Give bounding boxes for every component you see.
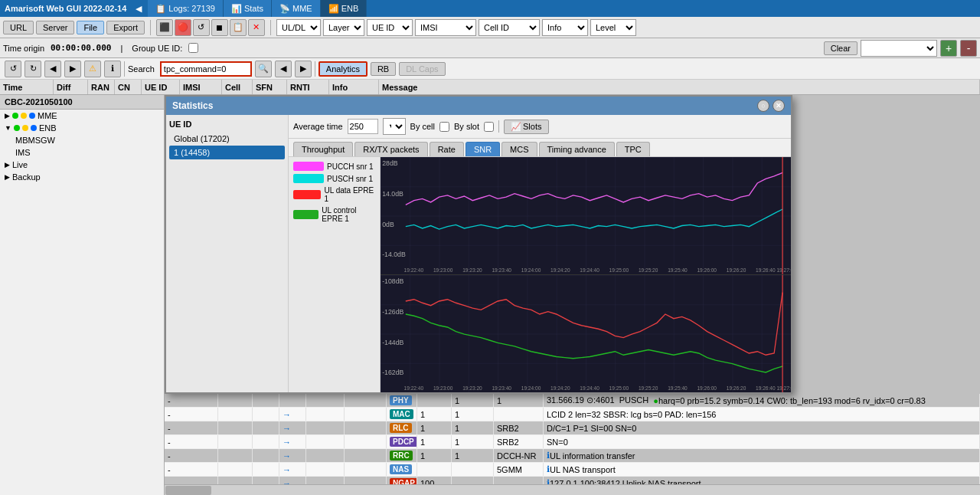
sidebar-item-backup[interactable]: ▶ Backup bbox=[0, 171, 164, 183]
filter-info-btn[interactable]: ℹ bbox=[104, 61, 121, 77]
avg-time-input[interactable] bbox=[348, 119, 378, 134]
layer-select[interactable]: Layer bbox=[323, 19, 364, 36]
search-next-btn[interactable]: ▶ bbox=[295, 61, 312, 77]
cell-id-select[interactable]: Cell ID bbox=[479, 19, 540, 36]
clear-button[interactable]: Clear bbox=[824, 41, 858, 55]
svg-text:19:23:00: 19:23:00 bbox=[433, 267, 453, 272]
tab-rate[interactable]: Rate bbox=[430, 142, 464, 156]
legend-pucch-color bbox=[293, 162, 324, 171]
svg-text:19:23:00: 19:23:00 bbox=[433, 385, 453, 390]
svg-text:-14.0dB: -14.0dB bbox=[382, 251, 406, 258]
icon-btn-2[interactable]: 🔴 bbox=[175, 19, 191, 36]
icon-btn-5[interactable]: 📋 bbox=[230, 19, 247, 36]
search-btn[interactable]: 🔍 bbox=[255, 61, 272, 77]
tab-mme[interactable]: 📡 MME bbox=[272, 0, 321, 17]
log-row-3[interactable]: - → PDCP 1 1 SRB2 SN=0 bbox=[165, 435, 980, 449]
icon-btn-4[interactable]: ⏹ bbox=[211, 19, 228, 36]
tab-mcs[interactable]: MCS bbox=[501, 142, 537, 156]
live-expand-arrow: ▶ bbox=[5, 161, 10, 169]
dialog-ue-1[interactable]: 1 (14458) bbox=[169, 146, 285, 159]
tab-enb[interactable]: 📶 ENB bbox=[321, 0, 368, 17]
avg-time-select[interactable]: ▼ bbox=[383, 118, 406, 135]
url-button[interactable]: URL bbox=[3, 21, 34, 34]
mode-select[interactable]: UL/DL bbox=[276, 19, 321, 36]
horizontal-scrollbar[interactable] bbox=[165, 484, 980, 495]
clear-select[interactable] bbox=[861, 40, 937, 57]
sidebar-item-enb[interactable]: ▼ ENB bbox=[0, 122, 164, 134]
file-button[interactable]: File bbox=[77, 21, 104, 34]
sidebar-item-live[interactable]: ▶ Live bbox=[0, 159, 164, 171]
search-prev-btn[interactable]: ◀ bbox=[275, 61, 292, 77]
ue-id-select[interactable]: UE ID bbox=[367, 19, 413, 36]
separator2 bbox=[270, 20, 271, 35]
icon-btn-6[interactable]: ✕ bbox=[248, 19, 265, 36]
search-input[interactable] bbox=[160, 61, 252, 77]
filter-forward-btn[interactable]: ↻ bbox=[24, 61, 41, 77]
badge-rlc-2: RLC bbox=[390, 423, 412, 433]
add-button[interactable]: + bbox=[940, 40, 957, 57]
icon-btn-3[interactable]: ↺ bbox=[193, 19, 210, 36]
filter-prev-btn[interactable]: ◀ bbox=[44, 61, 61, 77]
log-row-1[interactable]: - → MAC 1 1 LCID 2 len=32 SBSR: lcg bs=0… bbox=[165, 408, 980, 421]
export-button[interactable]: Export bbox=[106, 21, 145, 34]
group-ue-checkbox[interactable] bbox=[188, 43, 198, 53]
server-button[interactable]: Server bbox=[36, 21, 74, 34]
sidebar-header: CBC-2021050100 bbox=[0, 95, 164, 110]
dialog-ue-global[interactable]: Global (17202) bbox=[169, 132, 285, 146]
sidebar-item-ims[interactable]: IMS bbox=[0, 146, 164, 159]
cell-cn-3: → bbox=[279, 435, 306, 448]
cell-ue-2 bbox=[306, 421, 345, 434]
level-select[interactable]: Level bbox=[590, 19, 636, 36]
filter-next-btn[interactable]: ▶ bbox=[64, 61, 81, 77]
log-row-4[interactable]: - → RRC 1 1 DCCH-NR ℹ UL information tra… bbox=[165, 449, 980, 463]
arrow-icon-5: → bbox=[283, 465, 291, 474]
svg-text:19:23:40: 19:23:40 bbox=[492, 267, 511, 272]
sidebar-item-mme[interactable]: ▶ MME bbox=[0, 110, 164, 122]
svg-rect-22 bbox=[381, 275, 791, 392]
sidebar-item-mbmsgw[interactable]: MBMSGW bbox=[0, 134, 164, 146]
legend-ul-data-color bbox=[293, 190, 321, 199]
cell-time-0: - bbox=[165, 394, 218, 407]
icon-btn-1[interactable]: ⬛ bbox=[156, 19, 173, 36]
col-message: Message bbox=[379, 80, 980, 94]
mme-dot-yellow bbox=[21, 113, 27, 119]
tab-rxtx[interactable]: RX/TX packets bbox=[354, 142, 427, 156]
cell-msg-3: SN=0 bbox=[544, 435, 980, 448]
col-imsi: IMSI bbox=[180, 80, 222, 94]
filter-back-btn[interactable]: ↺ bbox=[5, 61, 21, 77]
log-row-0[interactable]: - PHY 1 1 31.566.19 ⊙:4601 PUSCH ● harq=… bbox=[165, 394, 980, 408]
scrollbar-thumb[interactable] bbox=[165, 486, 211, 495]
tab-tpc[interactable]: TPC bbox=[616, 142, 650, 156]
log-row-5[interactable]: - → NAS 5GMM ℹ UL NAS transport bbox=[165, 463, 980, 477]
rb-button[interactable]: RB bbox=[371, 62, 396, 76]
filter-warn-btn[interactable]: ⚠ bbox=[84, 61, 101, 77]
cell-time-5: - bbox=[165, 463, 218, 476]
col-info: Info bbox=[329, 80, 379, 94]
info-select[interactable]: Info bbox=[542, 19, 588, 36]
slots-button[interactable]: 📈Slots bbox=[504, 120, 548, 134]
svg-text:19:24:40: 19:24:40 bbox=[580, 385, 599, 390]
remove-button[interactable]: - bbox=[960, 40, 977, 57]
nav-back-arrow[interactable]: ◀ bbox=[136, 4, 142, 14]
tab-logs[interactable]: 📋 Logs: 27139 bbox=[148, 0, 224, 17]
cell-cn-5: → bbox=[279, 463, 306, 476]
by-cell-checkbox[interactable] bbox=[439, 122, 449, 132]
cell-msg-0: 31.566.19 ⊙:4601 PUSCH ● harq=0 prb=15.2… bbox=[544, 394, 980, 407]
enb-dot-green bbox=[14, 125, 20, 131]
log-row-6[interactable]: - → NGAP 100 ℹ 127.0.1.100:38412 Uplink … bbox=[165, 477, 980, 484]
dialog-restore-btn[interactable]: ○ bbox=[757, 100, 769, 112]
tab-timing-advance[interactable]: Timing advance bbox=[539, 142, 615, 156]
analytics-button[interactable]: Analytics bbox=[318, 61, 368, 77]
by-slot-checkbox[interactable] bbox=[484, 122, 494, 132]
log-row-2[interactable]: - → RLC 1 1 SRB2 D/C=1 P=1 SI=00 SN=0 bbox=[165, 421, 980, 435]
svg-text:14.0dB: 14.0dB bbox=[382, 190, 403, 198]
tab-snr[interactable]: SNR bbox=[466, 142, 500, 156]
cell-sfn-1: 1 bbox=[417, 408, 452, 421]
separator5 bbox=[315, 61, 315, 77]
imsi-select[interactable]: IMSI bbox=[415, 19, 476, 36]
tab-stats[interactable]: 📊 Stats bbox=[224, 0, 272, 17]
tab-throughput[interactable]: Throughput bbox=[293, 142, 353, 156]
dl-caps-button[interactable]: DL Caps bbox=[399, 62, 445, 76]
cell-cell-0: PHY bbox=[387, 394, 417, 407]
dialog-close-btn[interactable]: ✕ bbox=[773, 100, 785, 112]
